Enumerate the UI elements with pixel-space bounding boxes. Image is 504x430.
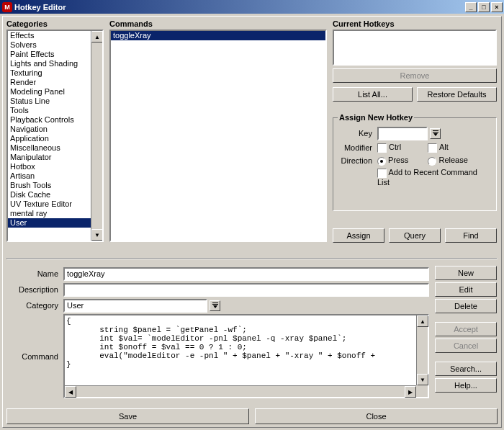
window-title: Hotkey Editor (14, 3, 66, 12)
assign-heading: Assign New Hotkey (338, 113, 414, 122)
release-radio[interactable] (428, 157, 436, 166)
command-hscroll[interactable]: ◀ ▶ (65, 385, 416, 397)
save-button[interactable]: Save (6, 408, 249, 424)
category-item[interactable]: Paint Effects (8, 50, 91, 59)
search-button[interactable]: Search... (435, 362, 497, 376)
category-dropdown-button[interactable] (210, 300, 220, 311)
accept-button[interactable]: Accept (435, 322, 497, 336)
app-icon: M (2, 2, 12, 12)
scroll-down-icon[interactable]: ▼ (417, 374, 428, 385)
add-recent-label: Add to Recent Command List (377, 168, 477, 187)
category-item[interactable]: Solvers (8, 40, 91, 50)
list-all-button[interactable]: List All... (333, 87, 413, 102)
key-dropdown-button[interactable] (430, 128, 441, 139)
current-hotkeys-list[interactable] (333, 30, 497, 66)
modifier-label: Modifier (338, 141, 377, 154)
commands-heading: Commands (109, 19, 327, 28)
assign-hotkey-group: Assign New Hotkey Key Modifier Ctrl Alt (333, 117, 497, 211)
direction-label: Direction (338, 154, 377, 167)
category-item[interactable]: Manipulator (8, 153, 91, 162)
press-label: Press (388, 156, 408, 164)
category-item[interactable]: Status Line (8, 97, 91, 106)
assign-button[interactable]: Assign (333, 228, 384, 243)
category-item[interactable]: Hotbox (8, 162, 91, 171)
press-radio[interactable] (377, 157, 386, 166)
scroll-down-icon[interactable]: ▼ (91, 229, 103, 241)
category-item[interactable]: Application (8, 134, 91, 143)
close-button[interactable]: Close (255, 408, 498, 424)
divider (6, 258, 498, 259)
category-item[interactable]: Miscellaneous (8, 143, 91, 153)
add-recent-checkbox[interactable] (377, 169, 387, 178)
query-button[interactable]: Query (389, 228, 441, 243)
alt-checkbox[interactable] (428, 143, 437, 153)
category-item[interactable]: Playback Controls (8, 115, 91, 125)
command-textarea-wrap: ▲ ▼ ◀ ▶ (63, 314, 429, 398)
categories-heading: Categories (6, 19, 104, 28)
category-item[interactable]: Render (8, 78, 91, 87)
alt-label: Alt (439, 143, 449, 151)
description-input[interactable] (63, 283, 429, 297)
maximize-button[interactable]: □ (478, 2, 490, 12)
cancel-button[interactable]: Cancel (435, 339, 497, 353)
current-hotkeys-heading: Current Hotkeys (333, 19, 497, 28)
category-item[interactable]: Modeling Panel (8, 87, 91, 97)
release-label: Release (439, 156, 468, 164)
category-item[interactable]: Lights and Shading (8, 59, 91, 68)
titlebar: M Hotkey Editor _ □ × (0, 0, 504, 14)
scroll-right-icon[interactable]: ▶ (405, 386, 416, 398)
scroll-up-icon[interactable]: ▲ (417, 315, 428, 327)
restore-defaults-button[interactable]: Restore Defaults (417, 87, 497, 102)
delete-button[interactable]: Delete (435, 299, 497, 313)
category-item[interactable]: UV Texture Editor (8, 200, 91, 209)
scroll-left-icon[interactable]: ◀ (65, 386, 76, 398)
help-button[interactable]: Help... (435, 378, 497, 393)
main-panel: Categories EffectsSolversPaint EffectsLi… (2, 16, 502, 428)
key-input[interactable] (377, 127, 428, 140)
category-item[interactable]: Effects (8, 31, 91, 40)
categories-scrollbar[interactable]: ▲ ▼ (91, 31, 102, 241)
category-item[interactable]: Texturing (8, 68, 91, 78)
remove-button[interactable]: Remove (333, 68, 497, 83)
category-item[interactable]: User (8, 218, 91, 228)
name-input[interactable] (63, 267, 429, 281)
scroll-up-icon[interactable]: ▲ (91, 31, 103, 42)
command-textarea[interactable] (65, 315, 416, 385)
description-label: Description (6, 282, 63, 297)
close-window-button[interactable]: × (491, 2, 503, 12)
category-item[interactable]: Brush Tools (8, 181, 91, 190)
category-item[interactable]: mental ray (8, 209, 91, 218)
category-label: Category (6, 297, 63, 313)
category-input[interactable] (63, 299, 207, 313)
category-item[interactable]: Disk Cache (8, 190, 91, 200)
categories-list[interactable]: EffectsSolversPaint EffectsLights and Sh… (6, 30, 104, 242)
category-item[interactable]: Tools (8, 106, 91, 115)
commands-list[interactable]: toggleXray (109, 30, 327, 242)
ctrl-label: Ctrl (389, 143, 401, 151)
command-item[interactable]: toggleXray (111, 31, 325, 40)
edit-button[interactable]: Edit (435, 282, 497, 297)
find-button[interactable]: Find (445, 228, 497, 243)
new-button[interactable]: New (435, 266, 497, 280)
category-item[interactable]: Navigation (8, 125, 91, 134)
minimize-button[interactable]: _ (465, 2, 477, 12)
category-item[interactable]: Artisan (8, 171, 91, 181)
command-vscroll[interactable]: ▲ ▼ (416, 315, 428, 385)
ctrl-checkbox[interactable] (377, 143, 387, 153)
name-label: Name (6, 266, 63, 282)
key-label: Key (338, 125, 377, 141)
command-label: Command (6, 313, 63, 399)
